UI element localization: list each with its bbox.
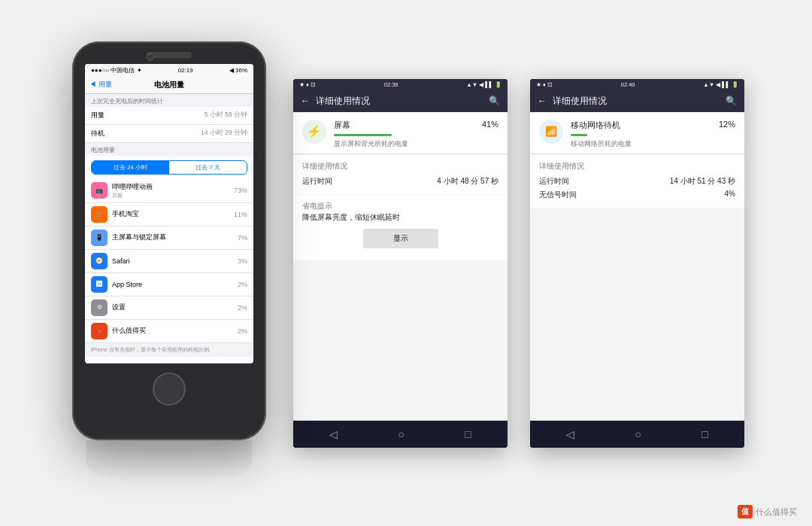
- iphone-screen: ●●●○○ 中国电信 ✦ 02:19 ◀ 36% ◀ 用量 电池用量 上次完全充…: [85, 64, 253, 363]
- android2-nosignal-row: 无信号时间 4%: [539, 188, 735, 202]
- android2-status-right: ▲▼ ◀ ▌▌ 🔋: [703, 81, 738, 88]
- android2-item-name: 移动网络待机: [571, 120, 711, 131]
- ios-status-battery: ◀ 36%: [229, 67, 247, 74]
- app-info: 设置: [112, 303, 233, 312]
- android2-item-info: 移动网络待机 移动网络所耗的电量: [571, 120, 711, 149]
- android1-navbar: ← 详细使用情况 🔍: [293, 90, 508, 112]
- ios-segment-control[interactable]: 过去 24 小时 过去 7 天: [91, 160, 247, 175]
- ios-standby-value: 14 小时 29 分钟: [201, 129, 247, 138]
- app-pct: 2%: [238, 304, 247, 312]
- android2-detail-section: 详细使用情况 运行时间 14 小时 51 分 43 秒 无信号时间 4%: [530, 155, 744, 208]
- iphone-device: ●●●○○ 中国电信 ✦ 02:19 ◀ 36% ◀ 用量 电池用量 上次完全充…: [68, 41, 271, 485]
- list-item[interactable]: 🧭 Safari 3%: [85, 250, 253, 273]
- android1-content: ⚡ 屏幕 显示屏和背光所耗的电量 41% 详细使用情况 运行时间 4 小时 48…: [293, 112, 508, 421]
- android1-item-pct: 41%: [482, 120, 498, 129]
- ios-back-button[interactable]: ◀ 用量: [89, 80, 112, 90]
- app-info: 手机淘宝: [112, 209, 229, 219]
- ios-navbar: ◀ 用量 电池用量: [85, 77, 253, 94]
- app-info: Safari: [112, 257, 233, 265]
- watermark: 值 什么值得买: [738, 505, 797, 518]
- app-pct: 3%: [238, 257, 247, 265]
- watermark-icon: 值: [738, 505, 753, 518]
- ios-usage-value: 5 小时 58 分钟: [205, 111, 247, 120]
- app-pct: 7%: [238, 234, 247, 242]
- android1-item-sub: 显示屏和背光所耗的电量: [334, 139, 474, 149]
- app-icon: 🧭: [91, 253, 108, 269]
- android1-saving-label: 省电提示: [302, 201, 498, 211]
- ios-segment-7d[interactable]: 过去 7 天: [169, 161, 247, 174]
- ios-segment-24h[interactable]: 过去 24 小时: [92, 161, 169, 174]
- android-screen-1: ★ ♦ ⊡ 02:39 ▲▼ ◀ ▌▌ 🔋 ← 详细使用情况 🔍 ⚡ 屏幕 显示…: [293, 79, 508, 448]
- list-item[interactable]: 🛒 手机淘宝 11%: [85, 203, 253, 227]
- android2-status-time: 02:40: [621, 81, 635, 88]
- list-item[interactable]: 🅰 App Store 2%: [85, 273, 253, 296]
- android1-runtime-value: 4 小时 48 分 57 秒: [437, 176, 498, 187]
- app-info: 主屏幕与锁定屏幕: [112, 233, 233, 242]
- android1-recent-nav[interactable]: □: [465, 428, 471, 440]
- android1-back-nav[interactable]: ◁: [329, 428, 338, 440]
- app-name: Safari: [112, 257, 233, 265]
- android1-item-info: 屏幕 显示屏和背光所耗的电量: [334, 120, 474, 149]
- android2-content: 📶 移动网络待机 移动网络所耗的电量 12% 详细使用情况 运行时间 14 小时…: [530, 112, 744, 421]
- ios-row-standby: 待机 14 小时 29 分钟: [85, 125, 253, 143]
- android1-statusbar: ★ ♦ ⊡ 02:39 ▲▼ ◀ ▌▌ 🔋: [293, 79, 508, 90]
- android2-item-row: 📶 移动网络待机 移动网络所耗的电量 12%: [530, 112, 744, 154]
- app-info: App Store: [112, 281, 233, 288]
- android2-item-sub: 移动网络所耗的电量: [571, 139, 711, 149]
- main-scene: ●●●○○ 中国电信 ✦ 02:19 ◀ 36% ◀ 用量 电池用量 上次完全充…: [68, 41, 744, 485]
- android1-saving-text: 降低屏幕亮度，缩短休眠延时: [302, 213, 498, 223]
- watermark-text: 什么值得买: [756, 506, 797, 518]
- android1-detail-section: 详细使用情况 运行时间 4 小时 48 分 57 秒: [293, 155, 508, 194]
- android2-nosignal-label: 无信号时间: [539, 190, 577, 200]
- list-item[interactable]: 📱 主屏幕与锁定屏幕 7%: [85, 227, 253, 250]
- app-name: 主屏幕与锁定屏幕: [112, 233, 233, 242]
- list-item[interactable]: ⚙ 设置 2%: [85, 296, 253, 320]
- android2-navbar: ← 详细使用情况 🔍: [530, 90, 744, 112]
- ios-app-list: 📺 哔哩哔哩动画 首频 73% 🛒 手机淘宝 11% 📱 主屏幕与锁定屏幕 7%…: [85, 179, 253, 343]
- app-icon: 📺: [91, 182, 108, 199]
- android2-recent-nav[interactable]: □: [701, 428, 707, 440]
- android1-status-left: ★ ♦ ⊡: [299, 81, 316, 88]
- android2-home-nav[interactable]: ○: [635, 428, 641, 440]
- android1-detail-label: 详细使用情况: [302, 161, 498, 172]
- android2-navbar-bottom: ◁ ○ □: [530, 421, 744, 448]
- ios-statusbar: ●●●○○ 中国电信 ✦ 02:19 ◀ 36%: [85, 64, 253, 77]
- android2-back-nav[interactable]: ◁: [566, 428, 574, 440]
- app-icon: 🛒: [91, 206, 108, 223]
- android1-navbar-bottom: ◁ ○ □: [293, 421, 508, 448]
- app-sub: 首频: [112, 192, 229, 199]
- android2-back-button[interactable]: ←: [538, 96, 547, 106]
- app-pct: 2%: [238, 327, 247, 335]
- app-name: 什么值得买: [112, 326, 233, 336]
- app-pct: 73%: [234, 187, 247, 194]
- android1-item-icon: ⚡: [302, 120, 326, 144]
- android2-runtime-label: 运行时间: [539, 176, 569, 187]
- list-item[interactable]: 🔖 什么值得买 2%: [85, 320, 253, 343]
- app-icon: 📱: [91, 230, 108, 246]
- android1-search-button[interactable]: 🔍: [489, 96, 500, 106]
- android1-status-time: 02:39: [384, 81, 398, 88]
- list-item[interactable]: 📺 哔哩哔哩动画 首频 73%: [85, 179, 253, 203]
- iphone-reflection: [86, 440, 252, 485]
- iphone-body: ●●●○○ 中国电信 ✦ 02:19 ◀ 36% ◀ 用量 电池用量 上次完全充…: [72, 41, 266, 440]
- app-icon: 🅰: [91, 276, 108, 293]
- android2-search-button[interactable]: 🔍: [726, 96, 737, 106]
- android2-detail-label: 详细使用情况: [539, 161, 735, 172]
- app-icon: 🔖: [91, 323, 108, 339]
- ios-section-since-charge: 上次完全充电后的时间统计: [85, 94, 253, 107]
- android1-status-right: ▲▼ ◀ ▌▌ 🔋: [466, 81, 501, 88]
- android2-runtime-row: 运行时间 14 小时 51 分 43 秒: [539, 175, 735, 188]
- android2-item-pct: 12%: [719, 120, 735, 129]
- android2-item-icon: 📶: [539, 120, 563, 144]
- android-screen-2: ★ ♦ ⊡ 02:40 ▲▼ ◀ ▌▌ 🔋 ← 详细使用情况 🔍 📶 移动网络待…: [530, 79, 744, 448]
- app-info: 什么值得买: [112, 326, 233, 336]
- iphone-home-button[interactable]: [153, 372, 186, 406]
- android1-item-row: ⚡ 屏幕 显示屏和背光所耗的电量 41%: [293, 112, 508, 154]
- app-info: 哔哩哔哩动画 首频: [112, 182, 229, 199]
- ios-usage-label: 用量: [91, 111, 105, 120]
- android1-home-nav[interactable]: ○: [398, 428, 404, 440]
- android2-nav-title: 详细使用情况: [553, 95, 720, 108]
- ios-status-time: 02:19: [178, 67, 193, 74]
- android1-back-button[interactable]: ←: [301, 96, 310, 106]
- android1-display-button[interactable]: 显示: [363, 229, 438, 248]
